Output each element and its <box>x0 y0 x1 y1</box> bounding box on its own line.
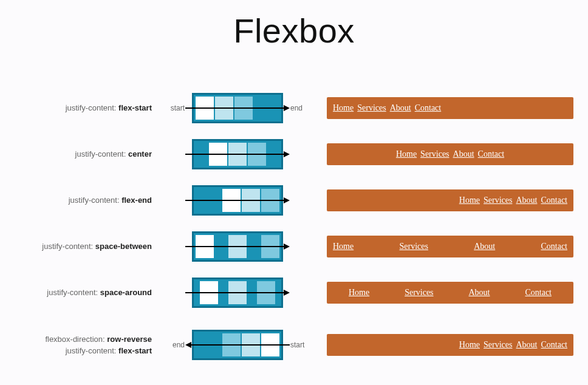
flex-diagram <box>192 139 283 169</box>
nav-link[interactable]: About <box>474 242 495 251</box>
css-value: space-between <box>95 242 152 251</box>
property-label: justify-content: space-around <box>15 287 154 299</box>
axis-label-left: end <box>158 341 188 349</box>
css-property: justify-content: <box>42 242 93 251</box>
nav-link[interactable]: About <box>516 196 537 205</box>
css-property: justify-content: <box>47 288 98 297</box>
nav-link[interactable]: About <box>516 340 537 350</box>
css-value: flex-start <box>118 103 152 112</box>
flex-diagram <box>192 330 283 360</box>
flex-item-box <box>215 97 233 120</box>
flex-item-box <box>228 235 247 258</box>
flex-item-box <box>248 143 266 166</box>
nav-link[interactable]: Services <box>357 103 386 113</box>
nav-link[interactable]: Home <box>459 340 480 350</box>
example-row: justify-content: space-aroundHomeService… <box>15 278 573 308</box>
flex-diagram <box>192 185 283 216</box>
nav-link[interactable]: Contact <box>541 242 567 251</box>
nav-link[interactable]: About <box>469 288 490 298</box>
nav-link[interactable]: Contact <box>415 103 442 113</box>
nav-link[interactable]: Services <box>484 340 512 350</box>
css-value: flex-start <box>118 346 152 355</box>
flex-diagram <box>192 278 283 308</box>
nav-link[interactable]: Home <box>333 103 354 113</box>
nav-link[interactable]: About <box>453 149 474 159</box>
example-row: justify-content: centerHomeServicesAbout… <box>15 139 573 169</box>
flex-item-box <box>261 333 279 356</box>
flex-item-box <box>257 281 275 304</box>
property-label: flexbox-direction: row-reversejustify-co… <box>15 333 154 357</box>
css-property: justify-content: <box>66 346 117 355</box>
demo-navbar: HomeServicesAboutContact <box>327 143 573 165</box>
css-value: flex-end <box>121 196 152 205</box>
flex-item-box <box>209 143 227 166</box>
property-label: justify-content: center <box>15 148 154 160</box>
nav-link[interactable]: Contact <box>525 288 552 298</box>
example-rows: justify-content: flex-startstartendHomeS… <box>15 93 573 360</box>
nav-link[interactable]: Services <box>420 149 449 159</box>
property-label: justify-content: flex-start <box>15 102 154 114</box>
flex-item-box <box>242 189 260 212</box>
flex-item-box <box>234 97 253 120</box>
nav-link[interactable]: Home <box>333 242 354 251</box>
demo-navbar: HomeServicesAboutContact <box>327 236 573 257</box>
flex-diagram <box>192 93 283 123</box>
nav-link[interactable]: Home <box>396 149 417 159</box>
nav-link[interactable]: Home <box>459 196 480 205</box>
property-label: justify-content: space-between <box>15 240 154 253</box>
nav-link[interactable]: Services <box>399 242 428 251</box>
property-label: justify-content: flex-end <box>15 194 154 206</box>
flex-item-box <box>242 333 260 356</box>
flex-item-box <box>196 97 214 120</box>
css-value: row-reverse <box>107 335 152 344</box>
axis-label-left: start <box>158 104 188 112</box>
nav-link[interactable]: Home <box>349 288 369 298</box>
example-row: justify-content: space-betweenHomeServic… <box>15 231 573 262</box>
flex-item-box <box>228 281 247 304</box>
nav-link[interactable]: Contact <box>541 196 567 205</box>
flex-diagram <box>192 231 283 262</box>
flex-item-box <box>196 235 214 258</box>
demo-navbar: HomeServicesAboutContact <box>327 97 573 119</box>
css-value: center <box>128 149 152 158</box>
demo-navbar: HomeServicesAboutContact <box>327 282 573 304</box>
demo-navbar: HomeServicesAboutContact <box>327 189 573 211</box>
css-value: space-around <box>100 288 152 297</box>
css-property: justify-content: <box>66 103 117 112</box>
nav-link[interactable]: Services <box>484 196 512 205</box>
axis-label-right: start <box>287 341 317 349</box>
css-property: flexbox-direction: <box>45 335 104 344</box>
flex-item-box <box>222 189 241 212</box>
flex-item-box <box>261 189 279 212</box>
example-row: justify-content: flex-startstartendHomeS… <box>15 93 573 123</box>
example-row: justify-content: flex-endHomeServicesAbo… <box>15 185 573 216</box>
demo-navbar: HomeServicesAboutContact <box>327 334 573 356</box>
css-property: justify-content: <box>69 196 120 205</box>
axis-label-right: end <box>287 104 317 112</box>
nav-link[interactable]: Services <box>405 288 433 298</box>
css-property: justify-content: <box>75 149 126 158</box>
flex-item-box <box>200 281 218 304</box>
flex-item-box <box>228 143 247 166</box>
page-title: Flexbox <box>15 11 573 50</box>
flex-item-box <box>222 333 241 356</box>
nav-link[interactable]: Contact <box>541 340 567 350</box>
flex-item-box <box>261 235 279 258</box>
nav-link[interactable]: Contact <box>478 149 505 159</box>
example-row: flexbox-direction: row-reversejustify-co… <box>15 330 573 360</box>
nav-link[interactable]: About <box>390 103 411 113</box>
